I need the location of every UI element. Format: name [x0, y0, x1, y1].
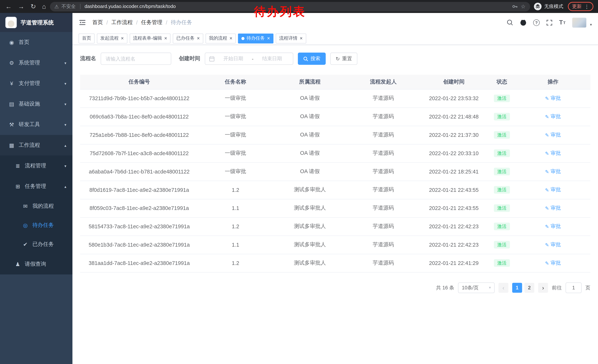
font-size-icon[interactable]: TT — [559, 19, 565, 26]
sidebar-item-done-task[interactable]: ✔已办任务 — [0, 235, 72, 254]
list-icon: ≣ — [15, 163, 21, 169]
tab-home[interactable]: 首页 — [79, 33, 94, 43]
sidebar-item-process-mgmt[interactable]: ≣流程管理▾ — [0, 155, 72, 176]
tab-bar: 首页发起流程×流程表单-编辑×已办任务×我的流程×待办任务×流程详情× — [72, 32, 598, 45]
tab-todo-task[interactable]: 待办任务× — [238, 33, 274, 43]
search-icon[interactable] — [507, 19, 513, 26]
search-button[interactable]: 搜索 — [298, 53, 326, 65]
breadcrumb-item[interactable]: 首页 — [92, 19, 103, 26]
tab-close-icon[interactable]: × — [121, 36, 124, 41]
next-page-button[interactable]: › — [538, 283, 548, 293]
tab-close-icon[interactable]: × — [197, 36, 200, 41]
action-cell: ✎审批 — [515, 217, 590, 235]
github-icon[interactable] — [520, 19, 527, 26]
chevron-down-icon: ▾ — [65, 164, 66, 168]
key-icon[interactable] — [512, 4, 518, 10]
column-header-4: 创建时间 — [420, 75, 488, 89]
sidebar-item-devtools[interactable]: ⚒研发工具▾ — [0, 114, 72, 135]
approve-link[interactable]: ✎审批 — [545, 168, 561, 175]
sidebar-item-leave-query[interactable]: ♟请假查询 — [0, 254, 72, 274]
help-icon[interactable]: ? — [533, 19, 540, 26]
page-button-1[interactable]: 1 — [512, 283, 522, 293]
breadcrumb-item[interactable]: 工作流程 — [111, 19, 133, 26]
chevron-down-icon: ▾ — [65, 61, 66, 65]
tab-done-task[interactable]: 已办任务× — [173, 33, 203, 43]
status-cell: 激活 — [488, 235, 515, 254]
column-header-6: 操作 — [515, 75, 590, 89]
browser-refresh-icon[interactable]: ↻ — [31, 3, 36, 10]
tab-process-detail[interactable]: 流程详情× — [276, 33, 306, 43]
edit-icon: ✎ — [545, 187, 549, 193]
sidebar-collapse-icon[interactable] — [79, 19, 86, 26]
approve-link[interactable]: ✎审批 — [545, 186, 561, 193]
action-cell: ✎审批 — [515, 89, 590, 108]
tab-form-edit[interactable]: 流程表单-编辑× — [130, 33, 171, 43]
goto-page-unit: 页 — [585, 284, 590, 291]
edit-icon: ✎ — [545, 132, 549, 138]
date-range-picker[interactable]: 开始日期 - 结束日期 — [205, 53, 293, 65]
tab-label: 首页 — [82, 35, 91, 41]
page-body: 芋道管理系统 ◉首页⚙系统管理▾¥支付管理▾▤基础设施▾⚒研发工具▾▦工作流程▴… — [0, 13, 598, 364]
approve-link[interactable]: ✎审批 — [545, 131, 561, 138]
tab-close-icon[interactable]: × — [230, 36, 233, 41]
app-logo[interactable]: 芋道管理系统 — [0, 13, 72, 32]
page-size-select[interactable]: 10条/页 ▾ — [458, 282, 495, 293]
browser-forward-icon[interactable]: → — [18, 3, 25, 10]
tab-start-process[interactable]: 发起流程× — [97, 33, 127, 43]
task-id-cell: 069c6a63-7b8a-11ec-8ef0-acde48001122 — [80, 108, 198, 126]
update-button[interactable]: 更新 ⋮ — [568, 2, 593, 11]
process-cell: 测试多审批人 — [273, 181, 347, 199]
chevron-down-icon[interactable]: ▾ — [590, 22, 592, 26]
status-badge: 激活 — [494, 149, 510, 157]
browser-back-icon[interactable]: ← — [5, 3, 12, 10]
sidebar-item-label: 任务管理 — [25, 183, 61, 190]
browser-home-icon[interactable]: ⌂ — [42, 3, 46, 10]
sidebar-item-system[interactable]: ⚙系统管理▾ — [0, 53, 72, 73]
approve-link-label: 审批 — [551, 205, 561, 212]
browser-menu-icon[interactable]: ⋮ — [584, 4, 589, 9]
approve-link[interactable]: ✎审批 — [545, 113, 561, 120]
fullscreen-icon[interactable] — [546, 19, 553, 26]
prev-page-button[interactable]: ‹ — [498, 283, 508, 293]
task-id-cell: 580e1b3d-7ac8-11ec-a9e2-a2380e71991a — [80, 235, 198, 254]
process-cell: 测试多审批人 — [273, 199, 347, 217]
task-id-cell: 75d72608-7b7f-11ec-a3c8-acde48001122 — [80, 144, 198, 162]
tab-close-icon[interactable]: × — [267, 36, 270, 41]
goto-page-input[interactable] — [565, 282, 581, 293]
approve-link[interactable]: ✎审批 — [545, 150, 561, 157]
status-badge: 激活 — [494, 204, 510, 212]
approve-link[interactable]: ✎审批 — [545, 205, 561, 212]
approve-link[interactable]: ✎审批 — [545, 259, 561, 267]
bookmark-star-icon[interactable]: ☆ — [521, 4, 526, 10]
sidebar-item-my-process[interactable]: ✉我的流程 — [0, 197, 72, 216]
pagination-total: 共 16 条 — [436, 284, 454, 291]
process-name-input[interactable] — [100, 53, 171, 65]
tab-close-icon[interactable]: × — [164, 36, 167, 41]
approve-link[interactable]: ✎审批 — [545, 223, 561, 230]
created-time-cell: 2022-01-22 21:37:30 — [420, 126, 488, 144]
created-time-cell: 2022-01-22 23:53:32 — [420, 89, 488, 108]
action-cell: ✎审批 — [515, 235, 590, 254]
page-button-2[interactable]: 2 — [524, 283, 534, 293]
sidebar-item-label: 请假查询 — [25, 261, 72, 267]
status-badge: 激活 — [494, 113, 510, 120]
sidebar-item-infra[interactable]: ▤基础设施▾ — [0, 94, 72, 114]
sidebar-item-task-mgmt[interactable]: ⊞任务管理▴ — [0, 176, 72, 197]
tab-close-icon[interactable]: × — [300, 36, 303, 41]
breadcrumb-item[interactable]: 任务管理 — [141, 19, 162, 26]
avatar[interactable] — [572, 17, 587, 28]
table-row: 8f0d1619-7ac8-11ec-a9e2-a2380e71991a1.2测… — [80, 181, 590, 199]
process-cell: 测试多审批人 — [273, 235, 347, 254]
initiator-cell: 芋道源码 — [347, 144, 419, 162]
sidebar-item-workflow[interactable]: ▦工作流程▴ — [0, 135, 72, 155]
sidebar-item-payment[interactable]: ¥支付管理▾ — [0, 73, 72, 94]
browser-nav-buttons: ← → ↻ ⌂ — [5, 3, 46, 10]
status-cell: 激活 — [488, 162, 515, 181]
sidebar-item-home[interactable]: ◉首页 — [0, 32, 72, 53]
approve-link[interactable]: ✎审批 — [545, 95, 561, 102]
reset-button[interactable]: ↻ 重置 — [330, 53, 357, 65]
column-header-0: 任务编号 — [80, 75, 198, 89]
approve-link[interactable]: ✎审批 — [545, 241, 561, 248]
sidebar-item-todo-task[interactable]: ◎待办任务 — [0, 216, 72, 235]
tab-my-process[interactable]: 我的流程× — [206, 33, 236, 43]
